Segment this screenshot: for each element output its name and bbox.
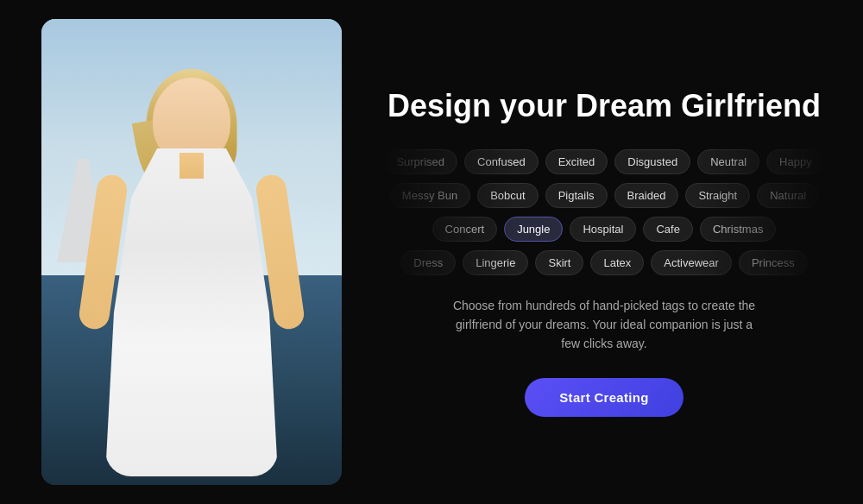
left-panel: [0, 0, 362, 504]
tag-happy[interactable]: Happy: [766, 149, 825, 174]
body-dress: [105, 148, 278, 476]
page-title: Design your Dream Girlfriend: [387, 87, 821, 124]
tag-lingerie[interactable]: Lingerie: [463, 250, 528, 275]
tag-skirt[interactable]: Skirt: [535, 250, 583, 275]
tag-concert[interactable]: Concert: [432, 217, 498, 242]
tag-bobcut[interactable]: Bobcut: [477, 183, 538, 208]
tag-disgusted[interactable]: Disgusted: [614, 149, 690, 174]
tag-latex[interactable]: Latex: [590, 250, 644, 275]
tag-straight[interactable]: Straight: [685, 183, 750, 208]
tag-pigtails[interactable]: Pigtails: [545, 183, 608, 208]
tag-confused[interactable]: Confused: [464, 149, 539, 174]
start-creating-button[interactable]: Start Creating: [525, 378, 683, 417]
description-text: Choose from hundreds of hand-picked tags…: [449, 296, 759, 354]
tag-messy-bun[interactable]: Messy Bun: [389, 183, 470, 208]
right-panel: Design your Dream Girlfriend SurprisedCo…: [362, 0, 863, 504]
tag-activewear[interactable]: Activewear: [651, 250, 732, 275]
tag-dress[interactable]: Dress: [400, 250, 456, 275]
tag-excited[interactable]: Excited: [545, 149, 608, 174]
tags-row-row2: Messy BunBobcutPigtailsBraidedStraightNa…: [380, 183, 828, 208]
tag-christmas[interactable]: Christmas: [700, 217, 777, 242]
tags-row-row3: ConcertJungleHospitalCafeChristmas: [380, 217, 828, 242]
tag-neutral[interactable]: Neutral: [697, 149, 759, 174]
tag-braided[interactable]: Braided: [614, 183, 679, 208]
tag-jungle[interactable]: Jungle: [504, 217, 563, 242]
tag-princess[interactable]: Princess: [739, 250, 808, 275]
tags-row-row4: DressLingerieSkirtLatexActivewearPrinces…: [380, 250, 828, 275]
tag-hospital[interactable]: Hospital: [570, 217, 636, 242]
tags-row-row1: SurprisedConfusedExcitedDisgustedNeutral…: [380, 149, 828, 174]
person-figure: [71, 62, 312, 485]
hero-image: [41, 19, 342, 485]
tag-cafe[interactable]: Cafe: [643, 217, 692, 242]
tag-natural[interactable]: Natural: [757, 183, 819, 208]
tags-section: SurprisedConfusedExcitedDisgustedNeutral…: [380, 149, 828, 275]
tag-surprised[interactable]: Surprised: [383, 149, 457, 174]
neck: [180, 153, 204, 179]
